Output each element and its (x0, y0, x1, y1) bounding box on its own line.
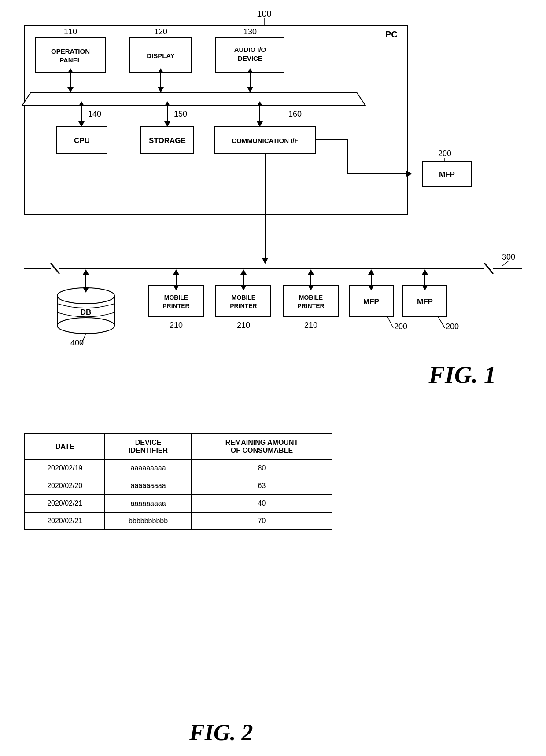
mfp-top-label: MFP (439, 170, 455, 179)
fig2-title: FIG. 2 (189, 719, 253, 745)
arrow-130-up (247, 68, 253, 73)
mfp-b1-label: MFP (363, 297, 379, 306)
arrow-120-down (158, 87, 164, 92)
svg-line-40 (438, 317, 445, 328)
remaining-2: 63 (192, 477, 332, 495)
mp3-label1: MOBILE (299, 294, 323, 301)
mp1-label1: MOBILE (164, 294, 188, 301)
svg-marker-21 (83, 287, 89, 293)
audio-box (216, 37, 284, 73)
svg-line-23 (81, 334, 86, 344)
audio-label2: DEVICE (238, 55, 262, 62)
mfp-top-box (423, 162, 471, 186)
audio-label1: AUDIO I/O (234, 46, 266, 53)
ref-200-b2: 200 (446, 322, 459, 331)
ref-130: 130 (243, 27, 257, 36)
arrow-network-down (262, 258, 268, 264)
ref-200-b1: 200 (394, 322, 407, 331)
arrow-120-up (158, 68, 164, 73)
ref-210-3: 210 (304, 321, 317, 330)
date-4: 2020/02/21 (25, 512, 105, 530)
mp2-label2: PRINTER (230, 302, 257, 309)
date-2: 2020/02/20 (25, 477, 105, 495)
svg-line-36 (387, 317, 393, 328)
svg-line-17 (502, 261, 509, 266)
arrow-110-up (67, 68, 74, 73)
mfp-bottom1-box (349, 285, 393, 317)
device-3: aaaaaaaaa (105, 495, 192, 512)
fig1-title: FIG. 1 (428, 361, 496, 388)
arrow-110-down (67, 87, 74, 92)
arrow-cpu-up (78, 101, 85, 106)
mobile-printer-2-box (216, 285, 271, 317)
mobile-printer-3-box (283, 285, 338, 317)
arrow-storage-up (164, 101, 170, 106)
db-bottom (57, 318, 114, 334)
ref-160: 160 (288, 110, 302, 118)
col-device-id: DEVICEIDENTIFIER (105, 434, 192, 459)
mfp-bottom2-box (403, 285, 447, 317)
date-1: 2020/02/19 (25, 459, 105, 477)
display-label: DISPLAY (147, 52, 175, 59)
fig2-section: DATE DEVICEIDENTIFIER REMAINING AMOUNTOF… (24, 433, 332, 530)
arrow-cpu-down (78, 121, 85, 127)
operation-panel-box (35, 37, 106, 73)
cpu-label: CPU (74, 136, 90, 145)
op-panel-label2: PANEL (59, 56, 81, 64)
svg-marker-26 (173, 269, 179, 275)
storage-label: STORAGE (149, 136, 186, 145)
ref-210-1: 210 (170, 321, 183, 330)
svg-marker-35 (368, 269, 374, 275)
arrow-comm-down (257, 121, 263, 127)
db-top (57, 288, 114, 304)
mp1-label2: PRINTER (162, 302, 189, 309)
svg-marker-32 (308, 269, 314, 275)
arrow-mfp-right (406, 171, 412, 177)
col-remaining: REMAINING AMOUNTOF CONSUMABLE (192, 434, 332, 459)
storage-box (141, 127, 194, 153)
fig1-diagram: 100 PC OPERATION PANEL 110 DISPLAY 120 A… (0, 0, 546, 405)
svg-line-15 (484, 263, 493, 274)
mobile-printer-1-box (148, 285, 203, 317)
device-1: aaaaaaaaa (105, 459, 192, 477)
svg-marker-34 (368, 285, 374, 290)
pc-box (24, 26, 407, 215)
mp2-label1: MOBILE (232, 294, 255, 301)
arrow-comm-up (257, 101, 263, 106)
ref-300: 300 (502, 253, 515, 261)
svg-marker-25 (173, 285, 179, 290)
ref-210-2: 210 (237, 321, 250, 330)
ref-100: 100 (257, 9, 271, 18)
svg-marker-28 (240, 285, 247, 290)
op-panel-label1: OPERATION (51, 48, 90, 55)
diagram-svg: 100 PC OPERATION PANEL 110 DISPLAY 120 A… (0, 0, 546, 405)
arrow-storage-down (164, 121, 170, 127)
ref-200-top: 200 (438, 149, 451, 158)
top-bus (22, 92, 365, 106)
consumable-table: DATE DEVICEIDENTIFIER REMAINING AMOUNTOF… (24, 433, 332, 530)
remaining-1: 80 (192, 459, 332, 477)
device-2: aaaaaaaaa (105, 477, 192, 495)
comm-label: COMMUNICATION I/F (232, 137, 298, 144)
svg-line-13 (51, 263, 59, 274)
mfp-b2-label: MFP (417, 297, 433, 306)
remaining-4: 70 (192, 512, 332, 530)
device-4: bbbbbbbbbb (105, 512, 192, 530)
col-date: DATE (25, 434, 105, 459)
mp3-label2: PRINTER (297, 302, 324, 309)
svg-marker-31 (308, 285, 314, 290)
svg-marker-29 (240, 269, 247, 275)
table-row: 2020/02/20 aaaaaaaaa 63 (25, 477, 332, 495)
svg-marker-22 (83, 269, 89, 275)
pc-label: PC (385, 29, 398, 39)
ref-120: 120 (154, 27, 167, 36)
ref-110: 110 (64, 27, 77, 36)
cpu-box (56, 127, 107, 153)
table-row: 2020/02/21 bbbbbbbbbb 70 (25, 512, 332, 530)
svg-marker-39 (422, 269, 428, 275)
date-3: 2020/02/21 (25, 495, 105, 512)
svg-marker-38 (422, 285, 428, 290)
remaining-3: 40 (192, 495, 332, 512)
display-box (130, 37, 192, 73)
comm-box (214, 127, 316, 153)
